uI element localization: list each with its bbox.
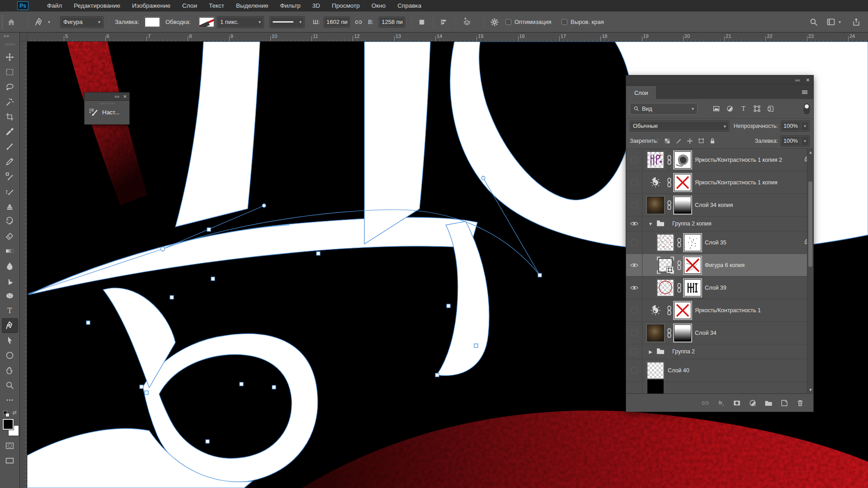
close-icon[interactable]: × (806, 76, 810, 84)
filter-toggle-switch[interactable] (804, 103, 810, 114)
mask-link-icon[interactable] (665, 155, 673, 165)
gradient-tool[interactable] (2, 244, 18, 258)
eyedropper-tool[interactable] (2, 125, 18, 139)
layer-mask-thumbnail[interactable] (674, 302, 691, 319)
scroll-down-icon[interactable]: ▼ (807, 388, 813, 392)
layer-row[interactable]: Слой 40 (626, 359, 813, 382)
menu-текст[interactable]: Текст (203, 0, 230, 11)
zoom-tool[interactable] (2, 378, 18, 392)
layer-thumbnail[interactable] (647, 379, 664, 394)
tool-preset-picker[interactable]: ▾ (34, 12, 50, 32)
brush-settings-item[interactable]: Наст... (85, 107, 129, 117)
visibility-toggle[interactable] (626, 149, 642, 171)
menu-файл[interactable]: Файл (41, 0, 68, 11)
menu-3d[interactable]: 3D (307, 0, 326, 11)
layer-row[interactable]: Яркость/Контрастность 1 (626, 299, 813, 322)
layer-thumbnail[interactable] (647, 197, 664, 214)
group-row[interactable]: ▶ Группа 2 (626, 344, 813, 359)
menu-слои[interactable]: Слои (176, 0, 203, 11)
visibility-toggle[interactable] (626, 194, 642, 216)
stroke-type-select[interactable]: ▾ (269, 12, 305, 32)
group-row[interactable]: ▼ Группа 2 копия (626, 216, 813, 231)
opacity-input[interactable]: 100% (781, 121, 801, 131)
layer-row[interactable]: Фигура 6 копия (626, 254, 813, 277)
filter-smart-objects-button[interactable] (764, 104, 776, 114)
mask-link-icon[interactable] (675, 283, 683, 293)
layer-name[interactable]: Яркость/Контрастность 1 (695, 307, 761, 314)
layer-thumbnail[interactable] (647, 302, 664, 319)
layer-mask-thumbnail[interactable] (674, 324, 691, 342)
layer-name[interactable]: Слой 35 (705, 239, 726, 246)
layer-mask-thumbnail[interactable] (674, 174, 691, 191)
toolbar-collapse-button[interactable]: »» (0, 33, 19, 41)
layer-mask-thumbnail[interactable] (684, 257, 701, 274)
layer-name[interactable]: Слой 40 (668, 367, 689, 374)
menu-фильтр[interactable]: Фильтр (274, 0, 306, 11)
link-dimensions-button[interactable] (354, 12, 363, 32)
layer-row[interactable] (626, 382, 813, 394)
tool-mode-select[interactable]: Фигура ▾ (60, 12, 104, 32)
filter-pixel-layers-button[interactable] (710, 104, 722, 114)
layers-scrollbar[interactable]: ▲ ▼ (807, 149, 813, 394)
visibility-toggle[interactable] (626, 382, 642, 393)
history-brush-tool[interactable] (2, 214, 18, 228)
tab-layers[interactable]: Слои (626, 86, 656, 99)
lasso-tool[interactable] (2, 80, 18, 94)
layer-thumbnail[interactable] (647, 362, 664, 379)
layer-thumbnail[interactable] (647, 174, 664, 191)
layer-name[interactable]: Яркость/Контрастность 1 копия (695, 179, 778, 186)
brush-settings-mini-panel[interactable]: »» × Наст... (84, 92, 130, 125)
home-button[interactable] (7, 12, 15, 32)
mask-link-icon[interactable] (675, 238, 683, 248)
quick-mask-button[interactable] (2, 439, 18, 453)
mixer-brush-tool[interactable] (2, 169, 18, 183)
visibility-toggle[interactable] (626, 344, 642, 359)
lock-pixels-button[interactable] (674, 136, 684, 145)
filter-type-layers-button[interactable]: T (737, 104, 749, 114)
handle-end-dot[interactable] (262, 204, 266, 207)
align-edges-checkbox[interactable]: Выров. края (561, 12, 604, 32)
filter-shape-layers-button[interactable] (751, 104, 763, 114)
layer-mask-thumbnail[interactable] (674, 151, 691, 169)
eraser-tool[interactable] (2, 229, 18, 243)
layer-name[interactable]: Фигура 6 копия (705, 262, 745, 268)
menu-выделение[interactable]: Выделение (230, 0, 274, 11)
scroll-up-icon[interactable]: ▲ (807, 150, 813, 155)
visibility-toggle[interactable] (626, 254, 642, 276)
more-tools-tool[interactable] (2, 393, 18, 407)
mask-link-icon[interactable] (665, 200, 673, 210)
layer-row[interactable]: Яркость/Контрастность 1 копия 2 (626, 149, 813, 171)
foreground-color-swatch[interactable] (3, 419, 14, 430)
layer-row[interactable]: Слой 39 (626, 277, 813, 299)
delete-layer-button[interactable] (793, 398, 807, 408)
layer-row[interactable]: Слой 34 копия (626, 194, 813, 216)
menu-изображение[interactable]: Изображение (126, 0, 176, 11)
link-layers-button[interactable] (698, 398, 712, 408)
smudge-tool[interactable] (2, 274, 18, 288)
fill-swatch[interactable] (145, 12, 160, 32)
opacity-dropdown[interactable]: ▾ (801, 121, 810, 131)
layer-styles-button[interactable]: fx (714, 398, 728, 408)
new-group-button[interactable] (762, 398, 775, 408)
horizontal-ruler[interactable]: 456789101112131415161718192021222324 (20, 33, 868, 42)
blend-mode-select[interactable]: Обычные ▾ (630, 121, 729, 131)
path-operations-button[interactable] (418, 12, 426, 32)
layer-thumbnail[interactable] (657, 279, 674, 296)
collapse-panel-icon[interactable]: «« (795, 77, 800, 83)
pen-tool[interactable] (2, 319, 18, 333)
rect-marquee-tool[interactable] (2, 65, 18, 79)
blur-tool[interactable] (2, 259, 18, 273)
lock-position-button[interactable] (685, 136, 695, 145)
visibility-toggle[interactable] (626, 322, 642, 344)
close-icon[interactable]: × (123, 93, 127, 100)
stroke-swatch[interactable] (199, 12, 214, 32)
visibility-toggle[interactable] (626, 277, 642, 299)
lock-artboard-button[interactable] (696, 136, 706, 145)
crop-tool[interactable] (2, 110, 18, 124)
visibility-toggle[interactable] (626, 359, 642, 381)
layer-name[interactable]: Слой 39 (705, 285, 726, 291)
type-tool[interactable]: T (2, 304, 18, 318)
visibility-toggle[interactable] (626, 231, 642, 253)
visibility-toggle[interactable] (626, 171, 642, 193)
scroll-thumb[interactable] (808, 181, 812, 267)
